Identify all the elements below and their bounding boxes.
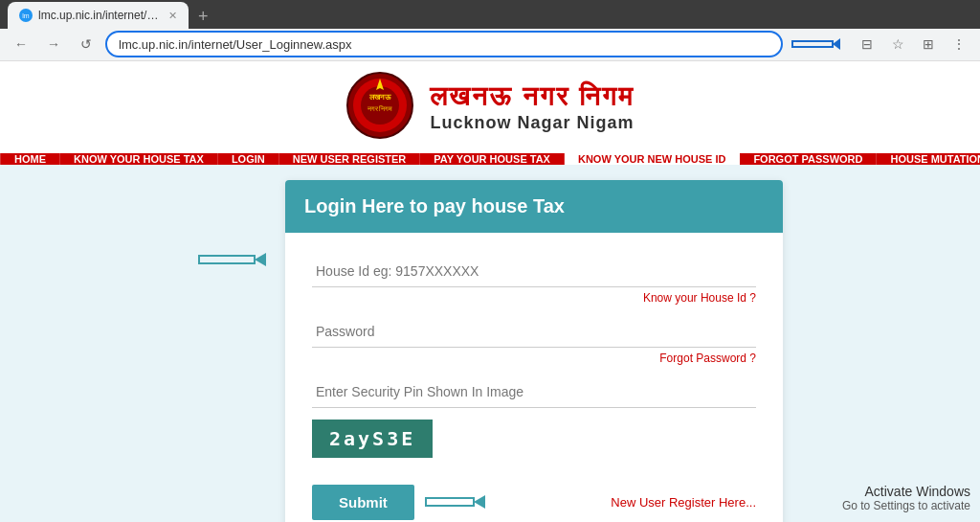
- house-id-group: [312, 256, 756, 287]
- password-input[interactable]: [312, 316, 756, 348]
- submit-button[interactable]: Submit: [312, 485, 414, 520]
- back-button[interactable]: ←: [8, 31, 34, 57]
- captcha-text: 2ayS3E: [312, 420, 433, 458]
- nav-know-house-tax[interactable]: KNOW YOUR HOUSE TAX: [60, 153, 218, 165]
- tab-label: lmc.up.nic.in/internet/User_Log...: [38, 9, 163, 22]
- address-bar-arrow-annotation: [791, 34, 848, 54]
- windows-activate-title: Activate Windows: [842, 484, 970, 499]
- browser-nav-icons: ⊟ ☆ ⊞ ⋮: [854, 31, 972, 57]
- header-text: लखनऊ नगर निगम Lucknow Nagar Nigam: [430, 81, 635, 133]
- nav-new-user-register[interactable]: NEW USER REGISTER: [279, 153, 421, 165]
- know-house-id-link[interactable]: Know your House Id ?: [312, 291, 756, 305]
- header-hindi-title: लखनऊ नगर निगम: [430, 81, 635, 113]
- nav-pay-house-tax[interactable]: PAY YOUR HOUSE TAX: [420, 153, 565, 165]
- browser-window: lm lmc.up.nic.in/internet/User_Log... ✕ …: [0, 0, 980, 522]
- profile-icon[interactable]: ⊞: [915, 31, 942, 57]
- bookmark-icon[interactable]: ☆: [884, 31, 911, 57]
- svg-text:नगर निगम: नगर निगम: [367, 104, 393, 112]
- new-tab-button[interactable]: +: [189, 7, 218, 27]
- navigation-bar: HOME KNOW YOUR HOUSE TAX LOGIN NEW USER …: [0, 153, 980, 165]
- house-id-arrow-annotation: [197, 245, 274, 274]
- address-bar[interactable]: [105, 31, 783, 57]
- site-header: लखनऊ नगर निगम लखनऊ नगर निगम Lucknow Naga…: [0, 61, 980, 153]
- submit-area: Submit: [312, 485, 491, 520]
- reload-button[interactable]: ↺: [73, 31, 100, 57]
- password-group: [312, 316, 756, 348]
- security-pin-input[interactable]: [312, 376, 756, 408]
- tab-bar: lm lmc.up.nic.in/internet/User_Log... ✕ …: [0, 0, 980, 29]
- windows-activation: Activate Windows Go to Settings to activ…: [842, 484, 970, 512]
- svg-rect-10: [426, 498, 474, 506]
- nav-know-new-house-id[interactable]: KNOW YOUR NEW HOUSE ID: [565, 153, 740, 165]
- svg-text:लखनऊ: लखनऊ: [368, 93, 391, 102]
- nav-home[interactable]: HOME: [0, 153, 60, 165]
- cast-icon[interactable]: ⊟: [854, 31, 880, 57]
- security-pin-group: [312, 376, 756, 408]
- login-panel: Login Here to pay house Tax Know your Ho…: [285, 180, 783, 522]
- nav-forgot-password[interactable]: FORGOT PASSWORD: [740, 153, 877, 165]
- svg-marker-11: [474, 495, 485, 509]
- svg-marker-1: [833, 38, 840, 50]
- page-content: लखनऊ नगर निगम लखनऊ नगर निगम Lucknow Naga…: [0, 61, 980, 522]
- site-logo: लखनऊ नगर निगम: [345, 71, 414, 144]
- new-user-register-link[interactable]: New User Register Here...: [611, 495, 756, 510]
- active-tab[interactable]: lm lmc.up.nic.in/internet/User_Log... ✕: [8, 2, 189, 29]
- svg-rect-8: [199, 256, 255, 263]
- windows-activate-subtitle: Go to Settings to activate: [842, 499, 970, 512]
- tab-close-icon[interactable]: ✕: [168, 10, 177, 22]
- tab-favicon: lm: [19, 9, 33, 22]
- forgot-password-link[interactable]: Forgot Password ?: [312, 352, 756, 365]
- submit-row: Submit New User Register Here...: [312, 485, 756, 520]
- header-english-title: Lucknow Nagar Nigam: [430, 113, 635, 133]
- login-panel-body: Know your House Id ? Forgot Password ? 2…: [285, 233, 783, 522]
- svg-marker-9: [255, 253, 266, 266]
- captcha-display: 2ayS3E: [312, 412, 756, 473]
- house-id-input[interactable]: [312, 256, 756, 287]
- forward-button[interactable]: →: [40, 31, 67, 57]
- login-panel-header: Login Here to pay house Tax: [285, 180, 783, 233]
- menu-icon[interactable]: ⋮: [946, 31, 972, 57]
- nav-house-mutation[interactable]: HOUSE MUTATION: [877, 153, 980, 165]
- browser-nav-bar: ← → ↺ ⊟ ☆ ⊞ ⋮: [0, 29, 980, 61]
- main-area: Login Here to pay house Tax Know your Ho…: [0, 165, 980, 522]
- nav-login[interactable]: LOGIN: [218, 153, 279, 165]
- submit-arrow-annotation: [424, 488, 491, 515]
- login-title: Login Here to pay house Tax: [304, 195, 764, 217]
- svg-rect-0: [792, 41, 833, 47]
